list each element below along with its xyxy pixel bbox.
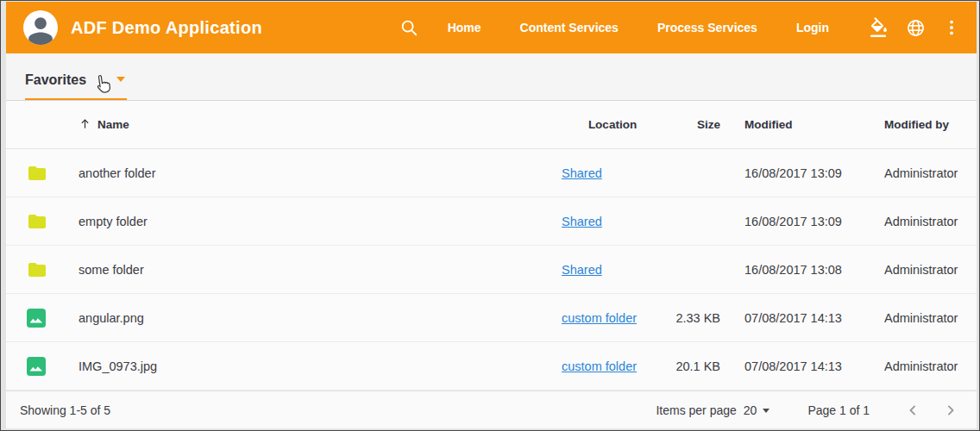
theme-color-fill-icon[interactable] bbox=[869, 17, 889, 38]
cell-location: Shared bbox=[556, 215, 669, 228]
location-link[interactable]: custom folder bbox=[562, 359, 637, 373]
hand-cursor-icon bbox=[94, 74, 112, 98]
cell-name[interactable]: some folder bbox=[79, 263, 556, 277]
cell-modified: 16/08/2017 13:08 bbox=[720, 263, 884, 277]
cell-location: Shared bbox=[556, 166, 669, 180]
cell-modified-by: Administrator bbox=[884, 311, 958, 325]
location-link[interactable]: Shared bbox=[562, 263, 602, 277]
pager-buttons bbox=[904, 402, 959, 419]
column-header-modified[interactable]: Modified bbox=[720, 118, 884, 131]
more-menu-icon[interactable] bbox=[942, 18, 961, 37]
cell-modified-by: Administrator bbox=[884, 263, 958, 277]
favorites-table: Name Location Size Modified Modified by … bbox=[6, 101, 977, 390]
cell-modified: 07/08/2017 14:13 bbox=[720, 311, 884, 325]
page-range-label: Page 1 of 1 bbox=[807, 403, 870, 417]
nav-item-content-services[interactable]: Content Services bbox=[520, 21, 619, 34]
table-row[interactable]: another folder Shared 16/08/2017 13:09 A… bbox=[6, 149, 977, 197]
cell-location: Shared bbox=[556, 263, 669, 277]
chevron-down-icon[interactable] bbox=[116, 77, 125, 82]
app-window: ADF Demo Application Home Content Servic… bbox=[6, 2, 977, 428]
cell-location: custom folder bbox=[556, 311, 669, 325]
cell-name[interactable]: another folder bbox=[79, 166, 556, 180]
column-header-name[interactable]: Name bbox=[79, 117, 556, 133]
cell-size: 2.33 KB bbox=[669, 311, 720, 325]
table-header-row: Name Location Size Modified Modified by bbox=[6, 101, 977, 149]
next-page-icon[interactable] bbox=[942, 402, 959, 419]
cell-modified-by: Administrator bbox=[884, 166, 958, 180]
location-link[interactable]: Shared bbox=[562, 215, 602, 228]
folder-icon bbox=[27, 163, 79, 184]
column-header-name-label: Name bbox=[97, 118, 129, 131]
table-row[interactable]: some folder Shared 16/08/2017 13:08 Admi… bbox=[6, 246, 977, 294]
table-row[interactable]: IMG_0973.jpg custom folder 20.1 KB 07/08… bbox=[6, 342, 977, 390]
image-file-icon bbox=[27, 357, 79, 376]
cell-name[interactable]: empty folder bbox=[79, 215, 556, 228]
column-header-size[interactable]: Size bbox=[669, 118, 720, 131]
nav-item-process-services[interactable]: Process Services bbox=[657, 21, 757, 34]
sort-ascending-icon[interactable] bbox=[79, 117, 91, 133]
cell-modified: 16/08/2017 13:09 bbox=[720, 215, 884, 228]
nav-item-home[interactable]: Home bbox=[448, 21, 481, 34]
column-header-location[interactable]: Location bbox=[556, 118, 669, 131]
showing-range-label: Showing 1-5 of 5 bbox=[20, 403, 110, 417]
cell-modified: 16/08/2017 13:09 bbox=[720, 166, 884, 180]
table-row[interactable]: angular.png custom folder 2.33 KB 07/08/… bbox=[6, 294, 977, 342]
items-per-page-group: Items per page 20 bbox=[656, 403, 770, 417]
cell-name[interactable]: IMG_0973.jpg bbox=[79, 359, 556, 373]
language-globe-icon[interactable] bbox=[906, 18, 926, 38]
location-link[interactable]: custom folder bbox=[562, 311, 637, 325]
tab-favorites-label: Favorites bbox=[25, 72, 86, 88]
cell-name[interactable]: angular.png bbox=[79, 311, 556, 325]
app-title: ADF Demo Application bbox=[71, 18, 262, 38]
table-row[interactable]: empty folder Shared 16/08/2017 13:09 Adm… bbox=[6, 197, 977, 246]
cell-location: custom folder bbox=[556, 359, 669, 373]
folder-icon bbox=[27, 259, 79, 280]
main-nav: Home Content Services Process Services L… bbox=[448, 21, 829, 34]
cell-modified-by: Administrator bbox=[884, 359, 958, 373]
chevron-down-icon bbox=[763, 409, 770, 413]
cell-size: 20.1 KB bbox=[669, 359, 720, 373]
paginator-footer: Showing 1-5 of 5 Items per page 20 Page … bbox=[6, 390, 977, 428]
items-per-page-select[interactable]: 20 bbox=[744, 403, 770, 417]
folder-icon bbox=[27, 211, 79, 232]
header-icons bbox=[869, 17, 961, 38]
items-per-page-label: Items per page bbox=[656, 403, 736, 417]
user-avatar-icon[interactable] bbox=[23, 10, 58, 45]
app-header: ADF Demo Application Home Content Servic… bbox=[6, 2, 977, 53]
previous-page-icon[interactable] bbox=[904, 402, 921, 419]
search-icon[interactable] bbox=[399, 18, 418, 37]
items-per-page-value: 20 bbox=[744, 403, 757, 417]
cell-modified: 07/08/2017 14:13 bbox=[720, 359, 884, 373]
column-header-modified-by[interactable]: Modified by bbox=[884, 118, 954, 131]
cell-modified-by: Administrator bbox=[884, 215, 958, 228]
screen-frame: ADF Demo Application Home Content Servic… bbox=[0, 0, 980, 431]
image-file-icon bbox=[27, 309, 79, 328]
tab-bar: Favorites bbox=[6, 53, 977, 101]
nav-item-login[interactable]: Login bbox=[796, 21, 829, 34]
location-link[interactable]: Shared bbox=[562, 166, 602, 180]
